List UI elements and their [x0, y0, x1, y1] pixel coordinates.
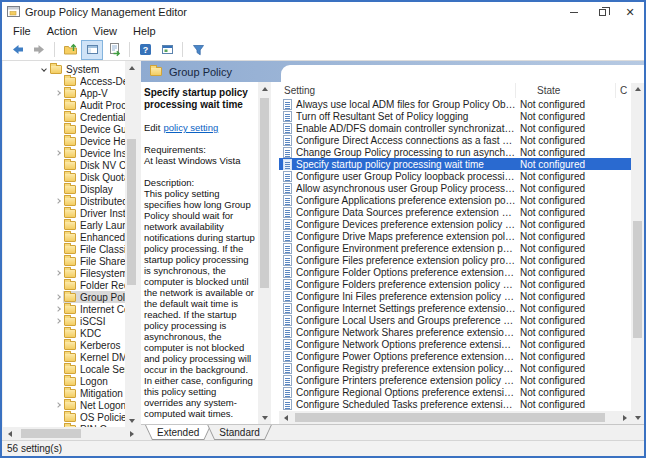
tree-item[interactable]: KDC	[3, 327, 125, 339]
scroll-down-icon[interactable]	[631, 411, 644, 424]
tree-item[interactable]: Folder Red	[3, 279, 125, 291]
tree-item[interactable]: Net Logon	[3, 399, 125, 411]
list-row[interactable]: Configure Power Options preference exten…	[279, 350, 631, 362]
tree-item[interactable]: Disk Quota	[3, 171, 125, 183]
description-vertical-scrollbar[interactable]	[258, 82, 271, 424]
scroll-right-icon[interactable]	[618, 411, 631, 424]
menu-item[interactable]: Help	[125, 25, 164, 37]
list-row[interactable]: Configure Applications preference extens…	[279, 194, 631, 206]
list-horizontal-scrollbar[interactable]	[279, 411, 631, 424]
expander-icon[interactable]	[53, 271, 63, 275]
expander-icon[interactable]	[39, 67, 49, 71]
list-row[interactable]: Configure Data Sources preference extens…	[279, 206, 631, 218]
scrollbar-thumb[interactable]	[633, 221, 642, 338]
list-row[interactable]: Configure Devices preference extension p…	[279, 218, 631, 230]
scrollbar-thumb[interactable]	[127, 139, 136, 285]
list-row[interactable]: Configure Local Users and Groups prefere…	[279, 314, 631, 326]
tree-item[interactable]: Logon	[3, 375, 125, 387]
column-header-comment[interactable]: C	[616, 82, 631, 98]
expander-icon[interactable]	[53, 319, 63, 323]
list-row[interactable]: Configure Ini Files preference extension…	[279, 290, 631, 302]
scrollbar-thumb[interactable]	[21, 429, 81, 438]
list-row[interactable]: Configure Direct Access connections as a…	[279, 134, 631, 146]
tree-item[interactable]: Mitigation	[3, 387, 125, 399]
list-row[interactable]: Specify startup policy processing wait t…	[279, 158, 631, 170]
expander-icon[interactable]	[53, 199, 63, 203]
tree-item[interactable]: Filesystem	[3, 267, 125, 279]
properties-window-button[interactable]	[156, 40, 178, 60]
scroll-left-icon[interactable]	[3, 427, 16, 440]
list-row[interactable]: Turn off Resultant Set of Policy logging…	[279, 110, 631, 122]
up-one-level-button[interactable]	[59, 40, 81, 60]
list-row[interactable]: Configure Internet Settings preference e…	[279, 302, 631, 314]
list-row[interactable]: Configure Printers preference extension …	[279, 374, 631, 386]
scroll-down-icon[interactable]	[125, 414, 138, 427]
column-header-setting[interactable]: Setting	[279, 82, 516, 98]
tree-horizontal-scrollbar[interactable]	[3, 427, 138, 440]
expander-icon[interactable]	[53, 151, 63, 155]
scroll-up-icon[interactable]	[631, 82, 644, 95]
tree-item[interactable]: App-V	[3, 87, 125, 99]
tree-item[interactable]: Device Hea	[3, 135, 125, 147]
list-row[interactable]: Change Group Policy processing to run as…	[279, 146, 631, 158]
scrollbar-thumb[interactable]	[260, 98, 269, 288]
export-list-button[interactable]	[103, 40, 125, 60]
tree-item[interactable]: File Share	[3, 255, 125, 267]
tree-item[interactable]: Display	[3, 183, 125, 195]
tree-item[interactable]: Device Inst	[3, 147, 125, 159]
close-button[interactable]: ✕	[616, 2, 644, 22]
list-row[interactable]: Configure Folders preference extension p…	[279, 278, 631, 290]
minimize-button[interactable]	[560, 2, 588, 22]
list-row[interactable]: Allow asynchronous user Group Policy pro…	[279, 182, 631, 194]
back-button[interactable]	[6, 40, 28, 60]
restore-button[interactable]	[588, 2, 616, 22]
tree-vertical-scrollbar[interactable]	[125, 61, 138, 427]
view-tab[interactable]: Extended	[145, 425, 211, 440]
scroll-down-icon[interactable]	[258, 411, 271, 424]
list-row[interactable]: Configure Regional Options preference ex…	[279, 386, 631, 398]
list-row[interactable]: Configure Environment preference extensi…	[279, 242, 631, 254]
tree-item[interactable]: Disk NV Ca	[3, 159, 125, 171]
tree-item[interactable]: System	[3, 63, 125, 75]
list-row[interactable]: Configure Folder Options preference exte…	[279, 266, 631, 278]
filter-button[interactable]	[187, 40, 209, 60]
scroll-right-icon[interactable]	[125, 427, 138, 440]
column-header-state[interactable]: State	[516, 82, 616, 98]
tree-item[interactable]: Internet Co	[3, 303, 125, 315]
tree-item[interactable]: Kernel DM	[3, 351, 125, 363]
tree-item[interactable]: iSCSI	[3, 315, 125, 327]
menu-item[interactable]: View	[85, 25, 125, 37]
view-tab[interactable]: Standard	[207, 425, 272, 440]
tree-item[interactable]: Access-Deni	[3, 75, 125, 87]
menu-item[interactable]: Action	[39, 25, 86, 37]
list-row[interactable]: Configure Scheduled Tasks preference ext…	[279, 398, 631, 410]
expander-icon[interactable]	[53, 295, 63, 299]
menu-item[interactable]: File	[5, 25, 39, 37]
tree-item[interactable]: Device Gua	[3, 123, 125, 135]
show-console-tree-button[interactable]	[81, 40, 103, 60]
scroll-up-icon[interactable]	[258, 82, 271, 95]
edit-policy-setting-link[interactable]: policy setting	[163, 122, 218, 133]
scroll-up-icon[interactable]	[125, 61, 138, 74]
tree-item[interactable]: Kerberos	[3, 339, 125, 351]
list-row[interactable]: Enable AD/DFS domain controller synchron…	[279, 122, 631, 134]
list-row[interactable]: Configure user Group Policy loopback pro…	[279, 170, 631, 182]
tree-item[interactable]: Distributed	[3, 195, 125, 207]
scroll-left-icon[interactable]	[279, 411, 292, 424]
tree-item[interactable]: Group Poli	[3, 291, 125, 303]
tree-item[interactable]: File Classif	[3, 243, 125, 255]
scrollbar-thumb[interactable]	[295, 413, 605, 422]
tree-item[interactable]: Enhanced	[3, 231, 125, 243]
list-row[interactable]: Configure Network Options preference ext…	[279, 338, 631, 350]
expander-icon[interactable]	[53, 91, 63, 95]
tree-item[interactable]: OS Policies	[3, 411, 125, 423]
help-button[interactable]: ?	[134, 40, 156, 60]
expander-icon[interactable]	[53, 403, 63, 407]
list-row[interactable]: Configure Files preference extension pol…	[279, 254, 631, 266]
list-row[interactable]: Configure Registry preference extension …	[279, 362, 631, 374]
forward-button[interactable]	[28, 40, 50, 60]
list-row[interactable]: Configure Network Shares preference exte…	[279, 326, 631, 338]
expander-icon[interactable]	[53, 307, 63, 311]
tree-item[interactable]: Driver Inst	[3, 207, 125, 219]
list-row[interactable]: Always use local ADM files for Group Pol…	[279, 98, 631, 110]
